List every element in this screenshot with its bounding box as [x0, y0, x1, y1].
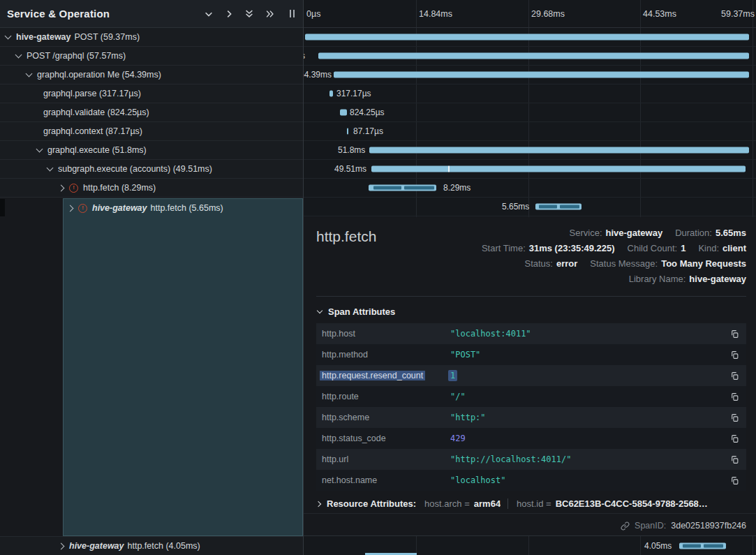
copy-button[interactable]	[729, 349, 741, 361]
attribute-value[interactable]: 429	[450, 434, 729, 443]
attribute-row[interactable]: net.host.name "localhost"	[316, 470, 746, 491]
time-tick-label: 59.37ms	[721, 9, 755, 19]
copy-button[interactable]	[729, 370, 741, 382]
expand-chevron-icon[interactable]	[5, 33, 12, 40]
attribute-row[interactable]: http.scheme "http:"	[316, 407, 746, 428]
collapse-all-button[interactable]	[244, 8, 254, 19]
tree-row[interactable]: hive-gateway POST (59.37ms)	[0, 28, 303, 47]
span-duration-bar[interactable]	[369, 147, 749, 154]
tree-row[interactable]: graphql.validate (824.25µs)	[0, 103, 303, 122]
timeline-row[interactable]: 87.17µs	[304, 122, 756, 141]
tree-row[interactable]: http.fetch (8.29ms)	[0, 179, 303, 198]
attribute-row[interactable]: http.route "/"	[316, 386, 746, 407]
attribute-value[interactable]: "localhost"	[450, 475, 729, 485]
copy-icon	[730, 330, 739, 339]
timeline-row[interactable]: 54.39ms	[304, 66, 756, 84]
span-duration-bar[interactable]	[329, 91, 333, 97]
section-chevron-icon[interactable]	[317, 308, 323, 313]
span-duration-bar[interactable]	[305, 34, 749, 40]
section-chevron-icon[interactable]	[316, 501, 321, 506]
tree-row[interactable]: hive-gateway http.fetch (4.05ms)	[0, 536, 303, 555]
expand-all-button[interactable]	[265, 9, 275, 19]
span-label: graphql.validate (824.25µs)	[43, 108, 149, 117]
expand-chevron-icon[interactable]	[58, 184, 65, 191]
expand-chevron-icon[interactable]	[67, 205, 74, 212]
service-name: hive-gateway	[16, 32, 71, 42]
timeline-row[interactable]: 317.17µs	[304, 84, 756, 103]
timeline-row[interactable]: 4.05ms	[304, 536, 756, 555]
copy-button[interactable]	[729, 412, 741, 424]
duration-label: 824.25µs	[350, 108, 385, 117]
span-duration-bar[interactable]	[318, 53, 749, 59]
attribute-value[interactable]: 1	[450, 371, 729, 380]
tree-row[interactable]: graphql.operation Me (54.39ms)	[0, 66, 303, 84]
timeline-row[interactable]	[304, 28, 756, 47]
copy-button[interactable]	[729, 433, 741, 445]
attribute-value[interactable]: "http://localhost:4011/"	[450, 454, 729, 464]
attribute-key[interactable]: http.scheme	[316, 413, 450, 422]
attribute-key[interactable]: http.status_code	[316, 434, 450, 443]
expand-chevron-icon[interactable]	[47, 165, 54, 172]
collapse-one-button[interactable]	[204, 9, 214, 19]
copy-button[interactable]	[729, 475, 741, 487]
copy-button[interactable]	[729, 328, 741, 340]
timeline-row[interactable]: 8.29ms	[304, 179, 756, 198]
expand-chevron-icon[interactable]	[26, 71, 33, 77]
meta-pair: Status:error	[525, 258, 578, 269]
chevron-down-icon	[206, 13, 212, 15]
attribute-key[interactable]: http.url	[316, 454, 450, 464]
attribute-row[interactable]: http.method "POST"	[316, 344, 746, 365]
span-duration-bar[interactable]	[334, 72, 749, 78]
copy-button[interactable]	[729, 391, 741, 403]
attribute-key[interactable]: http.host	[316, 329, 450, 339]
attribute-row[interactable]: http.url "http://localhost:4011/"	[316, 449, 746, 470]
span-attributes-table: http.host "localhost:4011"	[316, 323, 746, 491]
tree-row[interactable]: POST /graphql (57.57ms)	[0, 47, 303, 66]
selected-span-block[interactable]: hive-gateway http.fetch (5.65ms)	[63, 198, 303, 536]
attribute-key[interactable]: net.host.name	[316, 475, 450, 485]
span-duration-bar[interactable]	[535, 204, 581, 210]
span-title: http.fetch	[316, 228, 376, 245]
resource-attribute: host.id = BC62E13B-C4CC-5854-9788-2568…	[507, 498, 708, 509]
tree-row[interactable]: graphql.execute (51.8ms)	[0, 141, 303, 160]
expand-chevron-icon[interactable]	[36, 146, 43, 153]
tree-row[interactable]: subgraph.execute (accounts) (49.51ms)	[0, 160, 303, 179]
span-attributes-header[interactable]: Span Attributes	[316, 297, 746, 323]
timeline-rows: 57.57ms 54.39ms	[304, 28, 756, 216]
attribute-value[interactable]: "http:"	[450, 413, 729, 422]
duration-label: 8.29ms	[443, 183, 470, 193]
timeline-row[interactable]: 49.51ms	[304, 160, 756, 179]
timeline-row[interactable]: 5.65ms	[304, 198, 756, 216]
attribute-key[interactable]: http.method	[316, 350, 450, 360]
copy-icon	[730, 455, 739, 464]
timeline-row[interactable]: 824.25µs	[304, 103, 756, 122]
span-duration-bar[interactable]	[369, 185, 436, 191]
attribute-value[interactable]: "/"	[450, 392, 729, 401]
expand-chevron-icon[interactable]	[15, 52, 22, 59]
panel-resize-handle[interactable]	[290, 10, 295, 17]
tree-row[interactable]: graphql.parse (317.17µs)	[0, 84, 303, 103]
attribute-value[interactable]: "localhost:4011"	[450, 329, 729, 339]
meta-pair: Start Time:31ms (23:35:49.225)	[482, 243, 615, 253]
attribute-row[interactable]: http.host "localhost:4011"	[316, 323, 746, 344]
timeline-row[interactable]: 57.57ms	[304, 47, 756, 66]
attribute-key[interactable]: http.request.resend_count	[316, 371, 450, 380]
attribute-key[interactable]: http.route	[316, 392, 450, 401]
retry-segment	[704, 544, 723, 547]
span-id[interactable]: SpanID: 3de02518937fb246	[621, 521, 746, 531]
span-duration-bar[interactable]	[340, 110, 347, 116]
resource-attributes-row[interactable]: Resource Attributes: host.arch = arm64 h…	[316, 498, 746, 509]
span-duration-bar[interactable]	[347, 128, 348, 135]
attribute-value[interactable]: "POST"	[450, 350, 729, 360]
tree-row[interactable]: graphql.context (87.17µs)	[0, 122, 303, 141]
expand-one-button[interactable]	[224, 9, 234, 19]
attribute-row[interactable]: http.request.resend_count 1	[316, 365, 746, 386]
attribute-row[interactable]: http.status_code 429	[316, 428, 746, 449]
span-duration-bar[interactable]	[679, 542, 726, 549]
tree-row-selected[interactable]: hive-gateway http.fetch (5.65ms)	[64, 199, 302, 217]
timeline-row[interactable]: 51.8ms	[304, 141, 756, 160]
copy-button[interactable]	[729, 454, 741, 466]
time-tick-label: 14.84ms	[419, 9, 452, 19]
span-duration-bar[interactable]	[371, 166, 746, 172]
expand-chevron-icon[interactable]	[58, 542, 65, 549]
